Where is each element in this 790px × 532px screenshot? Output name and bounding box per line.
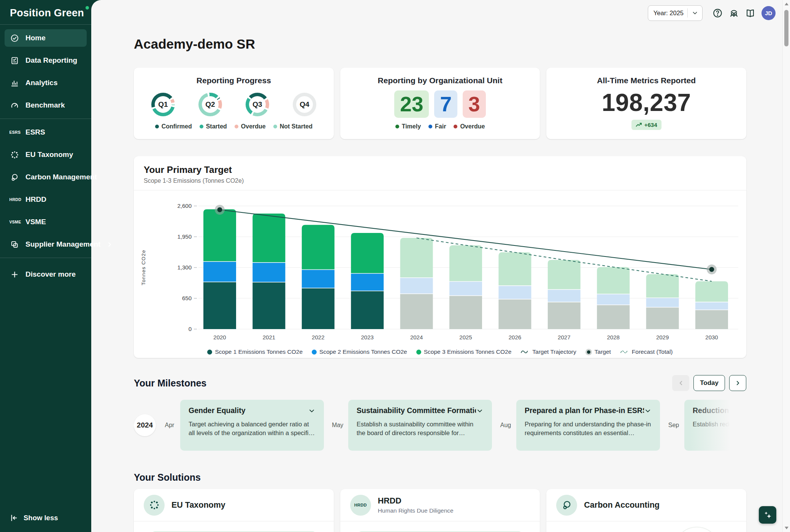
milestones-today-button[interactable]: Today [693,375,725,391]
sidebar-item-label: Data Reporting [25,56,77,65]
vsme-text-icon: VSME [10,220,20,224]
sidebar-item-home[interactable]: Home [5,29,87,47]
milestone-month: Apr [163,422,176,429]
chevron-right-icon [734,380,741,386]
chart-title: Your Primary Target [144,165,736,175]
sidebar-item-discover-more[interactable]: Discover more [5,266,87,283]
sidebar-nav-main: HomeData ReportingAnalyticsBenchmark [0,25,91,119]
year-selector[interactable]: Year: 2025 [648,5,703,21]
trajectory-line-icon [520,350,530,354]
milestone-card[interactable]: Reduction InitiativesEstablish reduction… [684,400,746,451]
svg-text:2023: 2023 [361,334,374,340]
assistant-button[interactable] [759,506,776,524]
quarter-donut-q2: Q2 [198,93,222,116]
sidebar-item-eu-taxonomy[interactable]: EU Taxonomy [5,146,87,163]
org-unit-stats: 2373 [394,90,485,118]
quarter-donut-q3: Q3 [246,93,269,116]
legend-dot [200,125,203,128]
svg-text:2030: 2030 [705,334,718,340]
quarter-label: Q2 [202,96,219,113]
quarter-label: Q3 [249,96,266,113]
legend-dot [207,350,212,355]
page-title: Academy-demo SR [134,36,746,52]
sidebar-item-hrdd[interactable]: HRDDHRDD [5,191,87,208]
svg-text:2028: 2028 [607,334,620,340]
community-icon [729,8,739,18]
divider [687,8,688,17]
sidebar-item-benchmark[interactable]: Benchmark [5,97,87,114]
chevron-down-icon[interactable] [644,407,652,415]
supplier-icon [10,240,20,249]
svg-text:2022: 2022 [312,334,324,340]
milestones-timeline: 2024 AprGender EqualityTarget achieving … [134,400,746,451]
org-unit-legend: TimelyFairOverdue [395,123,485,130]
help-button[interactable] [712,8,723,18]
sidebar-item-label: EU Taxonomy [25,150,73,159]
sidebar-item-label: HRDD [25,195,46,204]
solution-card-hrdd[interactable]: HRDDHRDDHuman Rights Due Diligence [340,489,540,532]
benchmark-icon [10,101,20,110]
legend-item: Overdue [235,123,266,130]
solution-title: HRDD [378,496,454,506]
trend-up-icon [636,122,642,127]
milestones-prev-button[interactable] [672,375,689,391]
milestones-next-button[interactable] [729,375,746,391]
quarter-donuts: Q1Q2Q3Q4 [151,93,316,116]
carbon-icon [556,495,577,516]
carbon-icon [10,173,20,182]
sidebar-item-vsme[interactable]: VSMEVSME [5,213,87,231]
solutions-row: EU TaxonomyHRDDHRDDHuman Rights Due Dili… [134,489,746,532]
sidebar-item-label: Benchmark [25,101,65,109]
sidebar-item-esrs[interactable]: ESRSESRS [5,124,87,141]
milestone-title: Prepared a plan for Phase-in ESRS dis... [525,406,644,415]
org-stat-timely: 23 [394,90,429,118]
card-title: Reporting Progress [197,76,271,85]
milestone-description: Target achieving a balanced gender ratio… [189,420,316,438]
show-less-button[interactable]: Show less [0,514,91,532]
svg-text:1,950: 1,950 [177,233,192,240]
sidebar-item-supplier-management[interactable]: Supplier Management [5,236,87,253]
progress-legend: ConfirmedStartedOverdueNot Started [155,123,313,130]
legend-dot [428,125,432,128]
sidebar-nav-modules: ESRSESRSEU TaxonomyCarbon ManagementHRDD… [0,119,91,258]
sidebar-item-label: ESRS [25,128,45,136]
scroll-down-arrow[interactable] [785,527,788,529]
sidebar-item-data-reporting[interactable]: Data Reporting [5,52,87,69]
chevron-down-icon[interactable] [476,407,484,415]
sidebar-item-carbon-management[interactable]: Carbon Management [5,168,87,186]
milestone-card[interactable]: Gender EqualityTarget achieving a balanc… [180,400,324,451]
scrollbar[interactable] [782,0,790,532]
scrollbar-thumb[interactable] [784,10,788,46]
quarter-label: Q1 [155,96,171,113]
solution-title: EU Taxonomy [171,500,225,510]
chevron-down-icon [692,10,698,16]
brand-logo[interactable]: Position Green [0,0,91,24]
topbar: Year: 2025 JD [91,0,790,21]
solution-card-carbon-accounting[interactable]: Carbon Accounting [546,489,746,532]
milestone-card[interactable]: Sustainability Committee FormationEstabl… [348,400,492,451]
metrics-card: All-Time Metrics Reported 198,237 +634 [546,68,746,139]
hrdd-text-icon: HRDD [350,495,371,516]
chevron-down-icon[interactable] [308,407,316,415]
sidebar: Position Green HomeData ReportingAnalyti… [0,0,91,532]
org-stat-fair: 7 [434,90,457,118]
trajectory-line-icon [620,350,629,354]
community-button[interactable] [729,8,739,18]
user-avatar[interactable]: JD [761,6,776,20]
scroll-up-arrow[interactable] [785,3,788,5]
stat-cards-row: Reporting Progress Q1Q2Q3Q4 ConfirmedSta… [134,68,746,139]
sidebar-item-label: Home [25,34,46,42]
book-icon [745,8,755,18]
sidebar-item-label: Analytics [25,79,57,87]
solution-card-eu-taxonomy[interactable]: EU Taxonomy [134,489,334,532]
reporting-progress-card: Reporting Progress Q1Q2Q3Q4 ConfirmedSta… [134,68,334,139]
help-icon [712,8,723,18]
milestone-card[interactable]: Prepared a plan for Phase-in ESRS dis...… [516,400,660,451]
sidebar-item-analytics[interactable]: Analytics [5,74,87,92]
home-icon [10,34,20,43]
knowledge-base-button[interactable] [745,8,755,18]
eu-taxonomy-icon [144,495,165,516]
milestone-month: Aug [500,422,512,429]
show-less-label: Show less [24,514,58,522]
milestone-month: May [332,422,344,429]
